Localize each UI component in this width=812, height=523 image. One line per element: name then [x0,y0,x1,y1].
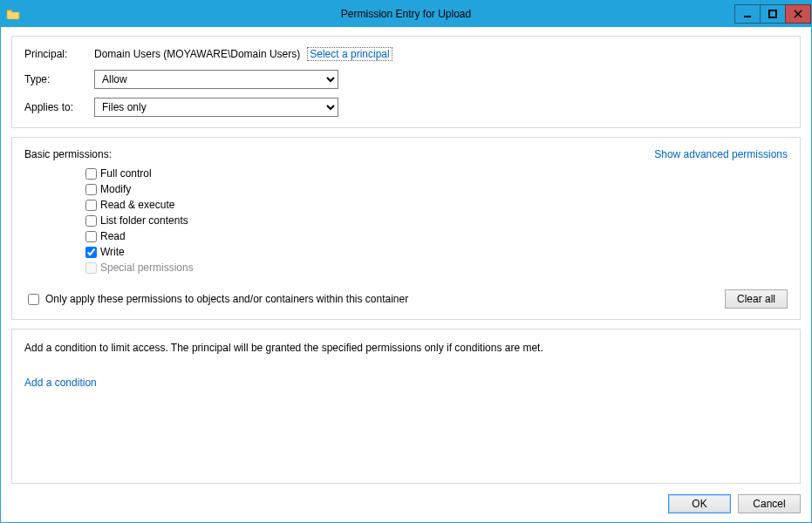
clear-all-button[interactable]: Clear all [725,289,788,309]
minimize-button[interactable] [734,4,761,24]
permission-item[interactable]: Write [85,246,788,258]
permission-item[interactable]: Full control [85,167,788,180]
only-apply-row: Only apply these permissions to objects … [24,289,788,309]
permissions-title: Basic permissions: [24,148,112,160]
permission-label: Special permissions [100,262,194,274]
permission-checkbox [85,262,97,274]
svg-rect-1 [769,10,776,17]
close-icon [794,10,802,18]
permission-checkbox[interactable] [85,168,97,180]
select-principal-link[interactable]: Select a principal [307,47,392,61]
only-apply-checkbox[interactable] [28,294,39,305]
permission-label: List folder contents [100,214,188,227]
principal-label: Principal: [24,48,94,60]
minimize-icon [743,10,752,18]
show-advanced-link[interactable]: Show advanced permissions [654,148,788,160]
condition-text: Add a condition to limit access. The pri… [24,342,788,354]
titlebar: Permission Entry for Upload [1,1,811,27]
close-button[interactable] [785,4,811,24]
type-label: Type: [24,73,94,85]
applies-select[interactable]: This folder onlyThis folder, subfolders … [94,98,338,117]
window-controls [735,4,811,24]
add-condition-link[interactable]: Add a condition [24,377,97,389]
maximize-button[interactable] [760,4,786,24]
type-select[interactable]: AllowDeny [94,70,338,89]
only-apply-checkbox-row[interactable]: Only apply these permissions to objects … [24,291,408,308]
condition-panel: Add a condition to limit access. The pri… [11,329,801,484]
cancel-button[interactable]: Cancel [738,494,801,513]
principal-row: Principal: Domain Users (MOYAWARE\Domain… [24,47,788,61]
permissions-panel: Basic permissions: Show advanced permiss… [11,137,801,320]
permission-label: Full control [100,167,152,180]
footer: OK Cancel [1,489,811,522]
client-area: Principal: Domain Users (MOYAWARE\Domain… [1,27,811,489]
permission-label: Modify [100,183,131,195]
ok-button[interactable]: OK [668,494,731,513]
permission-checkbox[interactable] [85,184,97,195]
permission-checkbox[interactable] [85,231,97,242]
permission-item[interactable]: Read [85,230,788,242]
permission-item[interactable]: List folder contents [85,214,788,227]
permission-label: Read & execute [100,199,174,211]
principal-value: Domain Users (MOYAWARE\Domain Users) [94,48,300,60]
permission-checkbox[interactable] [85,247,97,258]
applies-label: Applies to: [24,101,94,113]
permission-checkbox[interactable] [85,215,97,227]
permission-item[interactable]: Modify [85,183,788,195]
folder-icon [6,7,20,21]
permission-label: Read [100,230,126,242]
svg-rect-0 [744,16,751,17]
permission-item[interactable]: Read & execute [85,199,788,211]
permissions-list: Full controlModifyRead & executeList fol… [85,167,788,274]
window-title: Permission Entry for Upload [1,8,811,20]
window: Permission Entry for Upload Principal: D… [0,0,812,523]
permissions-header: Basic permissions: Show advanced permiss… [24,148,788,167]
type-row: Type: AllowDeny [24,70,788,89]
permission-label: Write [100,246,125,258]
only-apply-label: Only apply these permissions to objects … [45,293,408,305]
applies-row: Applies to: This folder onlyThis folder,… [24,98,788,117]
principal-panel: Principal: Domain Users (MOYAWARE\Domain… [11,36,801,128]
permission-item: Special permissions [85,262,788,274]
permission-checkbox[interactable] [85,200,97,211]
maximize-icon [768,10,777,18]
